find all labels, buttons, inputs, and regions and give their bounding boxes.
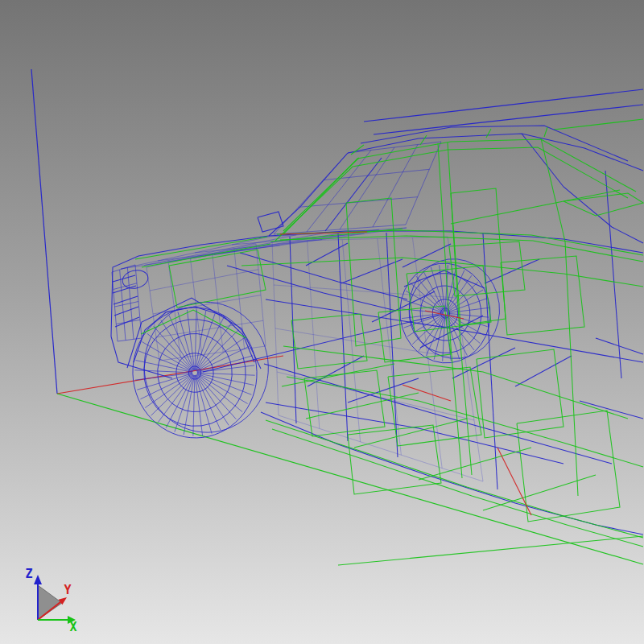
axis-triad: Z Y X [0, 0, 644, 644]
axis-label-y: Y [64, 583, 71, 597]
z-axis-arrow-icon [34, 575, 42, 584]
triad-plane-indicator [38, 585, 62, 620]
axis-label-x: X [69, 620, 76, 634]
axis-label-z: Z [25, 567, 32, 581]
viewport-3d[interactable]: Z Y X [0, 0, 644, 644]
